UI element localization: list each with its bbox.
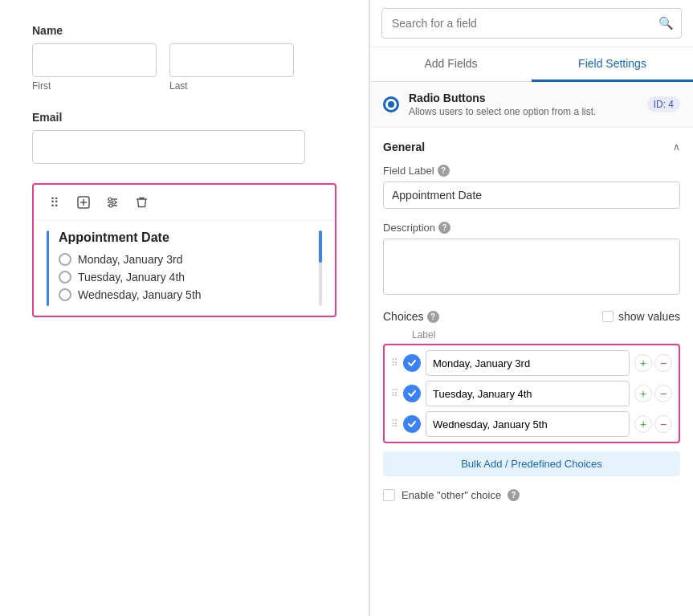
appointment-content: Appointment Date Monday, January 3rd Tue… xyxy=(34,221,335,316)
choice-check-2 xyxy=(403,415,421,433)
settings-icon[interactable] xyxy=(101,191,124,214)
settings-section: General ∧ Field Label ? Description ? Ch… xyxy=(370,128,693,616)
choices-list: ⠿ + − ⠿ xyxy=(383,344,680,443)
form-builder-left: Name First Last Email ⠿ xyxy=(0,0,369,616)
choice-remove-1[interactable]: − xyxy=(654,385,672,402)
scrollbar-thumb[interactable] xyxy=(319,230,322,263)
description-group: Description ? xyxy=(383,222,680,297)
choices-help-icon[interactable]: ? xyxy=(427,311,439,323)
field-type-desc: Allows users to select one option from a… xyxy=(409,106,638,117)
choice-remove-2[interactable]: − xyxy=(654,415,672,433)
enable-other-label: Enable "other" choice xyxy=(402,489,501,501)
choice-drag-2[interactable]: ⠿ xyxy=(391,418,398,430)
general-header: General ∧ xyxy=(383,141,680,153)
field-label-input[interactable] xyxy=(383,182,680,209)
enable-other-help-icon[interactable]: ? xyxy=(508,489,520,501)
choice-input-0[interactable] xyxy=(426,350,630,376)
choice-add-0[interactable]: + xyxy=(634,354,652,372)
name-section: Name First Last xyxy=(32,24,336,92)
choice-item-2: ⠿ + − xyxy=(391,411,672,437)
choices-left: Choices ? xyxy=(383,310,439,323)
field-info-bar: Radio Buttons Allows users to select one… xyxy=(370,82,693,128)
choice-label-0: Monday, January 3rd xyxy=(78,253,182,266)
first-sublabel: First xyxy=(32,80,157,92)
radio-circle-2 xyxy=(59,288,71,301)
field-settings-panel: 🔍 Add Fields Field Settings Radio Button… xyxy=(369,0,693,616)
choices-title: Choices xyxy=(383,310,424,323)
field-label-group: Field Label ? xyxy=(383,165,680,209)
show-values-checkbox[interactable] xyxy=(602,311,614,322)
search-input[interactable] xyxy=(381,8,682,39)
collapse-icon[interactable]: ∧ xyxy=(673,141,680,153)
bulk-add-button[interactable]: Bulk Add / Predefined Choices xyxy=(383,451,680,476)
last-sublabel: Last xyxy=(169,80,294,92)
email-input[interactable] xyxy=(32,130,305,164)
field-type-name: Radio Buttons xyxy=(409,92,638,104)
choice-add-2[interactable]: + xyxy=(634,415,652,433)
scrollbar-track[interactable] xyxy=(319,230,322,306)
radio-circle-0 xyxy=(59,253,71,266)
choice-btns-1: + − xyxy=(634,385,672,402)
choices-group: Choices ? show values Label ⠿ xyxy=(383,310,680,501)
choice-check-1 xyxy=(403,385,421,402)
choice-btns-2: + − xyxy=(634,415,672,433)
field-id-badge: ID: 4 xyxy=(647,96,680,112)
tab-field-settings[interactable]: Field Settings xyxy=(532,47,693,82)
field-info-text: Radio Buttons Allows users to select one… xyxy=(409,92,638,117)
search-wrapper: 🔍 xyxy=(381,8,682,39)
choice-row-0: Monday, January 3rd xyxy=(59,253,312,266)
svg-point-6 xyxy=(108,198,112,201)
last-name-field: Last xyxy=(169,43,294,92)
choice-drag-0[interactable]: ⠿ xyxy=(391,357,398,369)
tabs-row: Add Fields Field Settings xyxy=(370,47,693,82)
name-label: Name xyxy=(32,24,336,37)
choice-row-1: Tuesday, January 4th xyxy=(59,271,312,284)
choice-input-2[interactable] xyxy=(426,411,630,437)
choice-check-0 xyxy=(403,354,421,372)
choice-input-1[interactable] xyxy=(426,381,630,406)
choices-col-label: Label xyxy=(383,329,680,341)
svg-point-7 xyxy=(112,201,116,204)
tab-add-fields[interactable]: Add Fields xyxy=(370,47,532,82)
search-bar: 🔍 xyxy=(370,0,693,47)
choice-remove-0[interactable]: − xyxy=(654,354,672,372)
field-label-title: Field Label ? xyxy=(383,165,680,177)
svg-point-8 xyxy=(109,204,112,207)
choice-item-1: ⠿ + − xyxy=(391,381,672,406)
general-title: General xyxy=(383,141,425,153)
choice-row-2: Wednesday, January 5th xyxy=(59,288,312,301)
choice-btns-0: + − xyxy=(634,354,672,372)
drag-icon[interactable]: ⠿ xyxy=(43,191,66,214)
enable-other-checkbox[interactable] xyxy=(383,489,395,501)
appointment-title: Appointment Date xyxy=(59,230,312,245)
add-icon[interactable] xyxy=(72,191,95,214)
appointment-block: ⠿ xyxy=(32,183,336,317)
show-values-row: show values xyxy=(602,310,680,323)
appointment-toolbar: ⠿ xyxy=(34,185,335,221)
choice-drag-1[interactable]: ⠿ xyxy=(391,388,398,399)
radio-button-icon xyxy=(383,96,399,112)
appointment-inner: Appointment Date Monday, January 3rd Tue… xyxy=(59,230,312,306)
description-help-icon[interactable]: ? xyxy=(438,222,450,234)
choice-item-0: ⠿ + − xyxy=(391,350,672,376)
show-values-label: show values xyxy=(618,310,680,323)
description-title: Description ? xyxy=(383,222,680,234)
description-input[interactable] xyxy=(383,239,680,295)
choice-label-1: Tuesday, January 4th xyxy=(78,271,185,284)
choices-header-row: Choices ? show values xyxy=(383,310,680,323)
field-label-help-icon[interactable]: ? xyxy=(438,165,450,177)
radio-circle-1 xyxy=(59,271,71,284)
first-name-field: First xyxy=(32,43,157,92)
enable-other-row: Enable "other" choice ? xyxy=(383,489,680,501)
search-icon: 🔍 xyxy=(658,16,674,31)
email-section: Email xyxy=(32,111,336,164)
last-name-input[interactable] xyxy=(169,43,294,77)
blue-bar xyxy=(47,230,49,306)
first-name-input[interactable] xyxy=(32,43,157,77)
delete-icon[interactable] xyxy=(130,191,153,214)
choice-label-2: Wednesday, January 5th xyxy=(78,288,202,301)
email-label: Email xyxy=(32,111,336,124)
radio-button-dot xyxy=(388,101,394,108)
choice-add-1[interactable]: + xyxy=(634,385,652,402)
